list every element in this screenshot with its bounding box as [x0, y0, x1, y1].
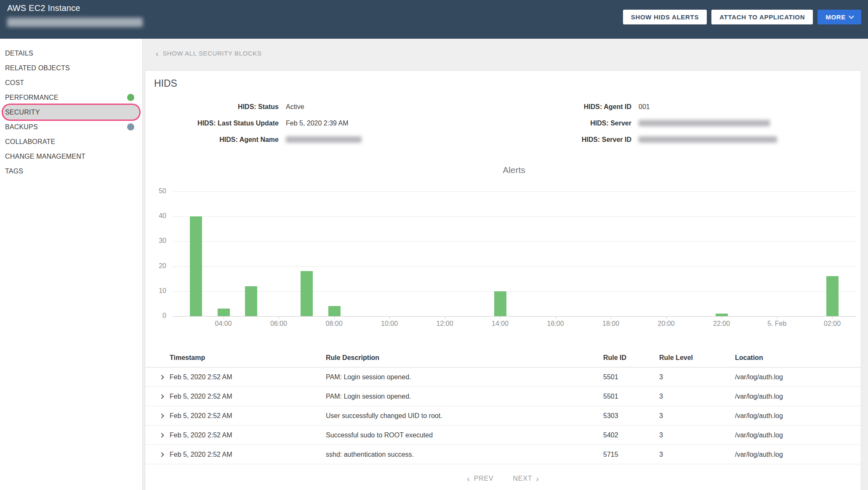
back-link-label: SHOW ALL SECURITY BLOCKS — [162, 50, 261, 57]
column-header-location[interactable]: Location — [735, 354, 852, 362]
sidebar-item-cost[interactable]: COST — [0, 75, 142, 90]
show-all-security-blocks-link[interactable]: ‹ SHOW ALL SECURITY BLOCKS — [156, 50, 262, 57]
table-row[interactable]: Feb 5, 2020 2:52 AMPAM: Login session op… — [145, 387, 861, 406]
sidebar-item-performance[interactable]: PERFORMANCE — [0, 90, 142, 105]
table-cell: 5715 — [603, 451, 659, 458]
field-row: HIDS: Server ID — [506, 131, 777, 148]
table-cell: 5303 — [603, 412, 659, 420]
field-label-hids-status: HIDS: Status — [154, 103, 279, 111]
column-header-rule-level[interactable]: Rule Level — [659, 354, 735, 362]
field-label-hids-agent-name: HIDS: Agent Name — [154, 136, 279, 144]
table-row[interactable]: Feb 5, 2020 2:52 AMPAM: Login session op… — [145, 368, 861, 387]
main-content: ‹ SHOW ALL SECURITY BLOCKS HIDS HIDS: St… — [143, 39, 868, 490]
sidebar-item-label: PERFORMANCE — [5, 94, 59, 101]
attach-to-application-button[interactable]: ATTACH TO APPLICATION — [711, 10, 813, 24]
table-cell: Feb 5, 2020 2:52 AM — [170, 373, 326, 381]
header-actions: SHOW HIDS ALERTS ATTACH TO APPLICATION M… — [623, 10, 861, 24]
row-expand-button[interactable] — [160, 395, 170, 398]
alert-bar[interactable] — [716, 314, 728, 316]
y-axis-tick-label: 30 — [147, 237, 166, 245]
sidebar-item-label: TAGS — [5, 168, 23, 175]
y-axis-tick-label: 20 — [147, 262, 166, 270]
table-row[interactable]: Feb 5, 2020 2:52 AMUser successfully cha… — [145, 406, 861, 426]
redacted-value — [639, 120, 770, 126]
x-axis-tick-label: 06:00 — [270, 320, 287, 328]
row-expand-button[interactable] — [160, 434, 170, 437]
table-cell: 3 — [659, 412, 735, 420]
row-expand-button[interactable] — [160, 375, 170, 379]
prev-button[interactable]: ‹ PREV — [467, 475, 493, 482]
x-axis-tick-label: 12:00 — [437, 320, 453, 328]
x-axis-tick-label: 14:00 — [492, 320, 509, 328]
sidebar-item-tags[interactable]: TAGS — [0, 164, 142, 178]
alerts-table-body: Feb 5, 2020 2:52 AMPAM: Login session op… — [145, 368, 861, 464]
alerts-table-header: TimestampRule DescriptionRule IDRule Lev… — [145, 349, 861, 368]
row-expand-button[interactable] — [160, 414, 170, 418]
table-row[interactable]: Feb 5, 2020 2:52 AMSuccessful sudo to RO… — [145, 426, 861, 445]
table-row[interactable]: Feb 5, 2020 2:52 AMsshd: authentication … — [145, 445, 861, 464]
hids-card: HIDS HIDS: StatusActiveHIDS: Last Status… — [145, 70, 861, 490]
table-cell: Successful sudo to ROOT executed — [326, 431, 603, 439]
alert-bar[interactable] — [190, 216, 202, 316]
x-axis-tick-label: 02:00 — [824, 320, 841, 328]
chevron-right-icon — [159, 413, 164, 418]
alerts-chart-plot: 0102030405004:0006:0008:0010:0012:0014:0… — [172, 192, 856, 317]
y-axis-tick-label: 50 — [147, 187, 166, 195]
alert-bar[interactable] — [328, 306, 341, 316]
more-label: MORE — [825, 13, 846, 21]
field-label-hids-server: HIDS: Server — [506, 120, 631, 127]
show-hids-alerts-button[interactable]: SHOW HIDS ALERTS — [623, 10, 707, 24]
gridline — [172, 241, 856, 242]
table-cell: sshd: authentication success. — [326, 451, 603, 458]
x-axis-tick-label: 18:00 — [602, 320, 619, 328]
hids-fields-right: HIDS: Agent ID001HIDS: ServerHIDS: Serve… — [506, 99, 777, 148]
field-label-hids-agent-id: HIDS: Agent ID — [506, 103, 631, 111]
next-button[interactable]: NEXT › — [513, 475, 539, 482]
table-cell: /var/log/auth.log — [735, 431, 852, 439]
sidebar-item-details[interactable]: DETAILS — [0, 46, 142, 61]
table-cell: Feb 5, 2020 2:52 AM — [170, 412, 326, 420]
sidebar-item-related-objects[interactable]: RELATED OBJECTS — [0, 61, 142, 75]
table-cell: Feb 5, 2020 2:52 AM — [170, 393, 326, 400]
sidebar-item-change-management[interactable]: CHANGE MANAGEMENT — [0, 149, 142, 164]
pagination: ‹ PREV NEXT › — [145, 475, 861, 482]
x-axis-tick-label: 20:00 — [658, 320, 675, 328]
x-axis-tick — [279, 317, 279, 319]
alert-bar[interactable] — [245, 286, 257, 316]
chart-title: Alerts — [172, 165, 856, 175]
card-title: HIDS — [154, 78, 177, 89]
column-header-rule-id[interactable]: Rule ID — [603, 354, 659, 362]
alert-bar[interactable] — [494, 291, 506, 316]
sidebar-item-label: SECURITY — [5, 109, 40, 116]
x-axis-tick — [500, 317, 501, 319]
sidebar-item-label: CHANGE MANAGEMENT — [5, 153, 85, 160]
prev-label: PREV — [474, 475, 494, 482]
table-cell: PAM: Login session opened. — [326, 393, 603, 400]
field-row: HIDS: Last Status UpdateFeb 5, 2020 2:39… — [154, 115, 362, 131]
chevron-left-icon: ‹ — [156, 51, 159, 56]
column-header-rule-description[interactable]: Rule Description — [326, 354, 603, 362]
column-header-timestamp[interactable]: Timestamp — [170, 354, 326, 362]
x-axis-tick — [445, 317, 445, 319]
alert-bar[interactable] — [826, 276, 839, 316]
status-dot — [127, 94, 134, 101]
gridline — [172, 216, 856, 217]
chevron-right-icon — [159, 375, 164, 379]
sidebar-item-security[interactable]: SECURITY — [3, 105, 139, 120]
alert-bar[interactable] — [218, 309, 230, 316]
field-label-hids-server-id: HIDS: Server ID — [506, 136, 631, 144]
sidebar-item-label: COLLABORATE — [5, 138, 55, 146]
alert-bar[interactable] — [301, 271, 313, 316]
table-cell: Feb 5, 2020 2:52 AM — [170, 431, 326, 439]
x-axis-tick-label: 08:00 — [326, 320, 343, 328]
hids-fields-left: HIDS: StatusActiveHIDS: Last Status Upda… — [154, 99, 362, 148]
sidebar-item-backups[interactable]: BACKUPS — [0, 120, 142, 134]
field-row: HIDS: Agent ID001 — [506, 99, 777, 115]
x-axis-tick-label: 16:00 — [547, 320, 564, 328]
more-button[interactable]: MORE — [817, 10, 861, 24]
show-hids-alerts-label: SHOW HIDS ALERTS — [631, 13, 699, 21]
table-cell: 3 — [659, 393, 735, 400]
sidebar-item-collaborate[interactable]: COLLABORATE — [0, 134, 142, 149]
row-expand-button[interactable] — [160, 453, 170, 456]
x-axis-tick-label: 04:00 — [215, 320, 232, 328]
